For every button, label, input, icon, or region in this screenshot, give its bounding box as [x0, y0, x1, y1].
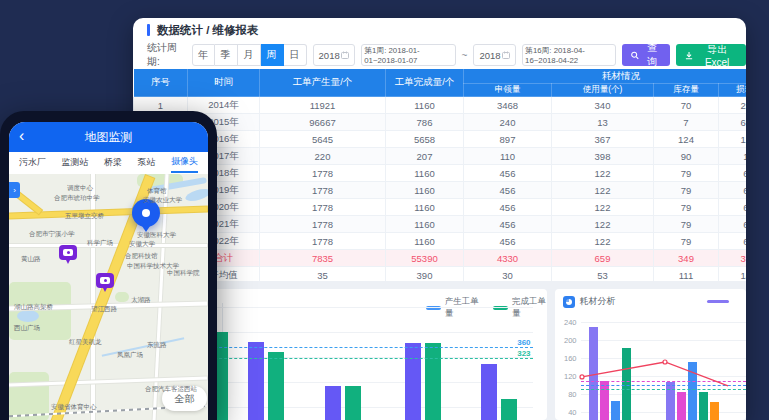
week-from-input[interactable]: 第1周: 2018-01-01~2018-01-07: [361, 44, 455, 66]
map-poi-label: 望江西路: [91, 305, 117, 312]
phone-page-title: 地图监测: [85, 129, 133, 146]
map-poi-label: 合肥市宁溪小学: [29, 230, 75, 237]
bar-created: [405, 343, 421, 420]
map-poi-label: 黄山路: [21, 255, 41, 262]
tab-bridge[interactable]: 桥梁: [104, 154, 122, 172]
period-month-button[interactable]: 月: [238, 44, 261, 66]
bar-completed: [501, 399, 517, 420]
phone-app-header: ‹ 地图监测: [9, 122, 208, 152]
table-row: 72020年177811604561227967: [134, 199, 747, 216]
col-header-sub2: 使用量(个): [552, 84, 654, 97]
col-header-time: 时间: [188, 69, 260, 97]
legend-item-completed[interactable]: 完成工单量: [493, 296, 546, 320]
reference-label: 360: [517, 338, 530, 347]
accent-bar: [147, 24, 150, 36]
report-table-body: 12014年11921116034683407025022015年9666778…: [134, 97, 747, 284]
col-header-sub1: 申领量: [464, 84, 552, 97]
table-row: 82021年177811604561227967: [134, 216, 747, 233]
col-header-consumables-group: 耗材情况: [464, 69, 747, 84]
tab-pump-station[interactable]: 泵站: [138, 154, 156, 172]
river: [184, 187, 208, 204]
map-poi-label: 红星美凯龙: [69, 338, 102, 345]
back-icon[interactable]: ‹: [19, 126, 24, 146]
bar-completed: [345, 386, 361, 420]
col-header-seq: 序号: [134, 69, 188, 97]
download-icon: [685, 51, 693, 60]
table-row: 32016年56455658897367124129: [134, 131, 747, 148]
map-poi-label: 安徽大学: [129, 240, 155, 247]
period-year-button[interactable]: 年: [192, 44, 215, 66]
table-row: 22015年96667786240137690: [134, 114, 747, 131]
reference-label: 323: [517, 349, 530, 358]
report-window: 数据统计 / 维修报表 统计周期: 年 季 月 周 日 2018 第1周: 20…: [133, 18, 746, 420]
search-icon: [631, 51, 639, 60]
park-area: [9, 282, 71, 340]
map-poi-label: 西山广场: [14, 324, 40, 331]
period-day-button[interactable]: 日: [284, 44, 307, 66]
map-poi-label: 调度中心: [67, 184, 93, 191]
col-header-completed: 工单完成量/个: [386, 69, 464, 97]
page-title: 数据统计 / 维修报表: [157, 23, 259, 38]
map-poi-label: 合肥科技馆: [125, 252, 158, 259]
period-quarter-button[interactable]: 季: [215, 44, 238, 66]
consumables-chart-card: 耗材分析 2402001601208040: [555, 289, 746, 420]
period-segmented-control: 年 季 月 周 日: [192, 44, 307, 66]
map-poi-label: 东流路: [147, 341, 167, 348]
table-row: 62019年177811604561227967: [134, 182, 747, 199]
map-poi-label: 五里墩立交桥: [65, 212, 104, 219]
export-excel-button[interactable]: 导出Excel: [676, 44, 746, 66]
camera-pin[interactable]: [96, 273, 114, 288]
map-poi-label: 湖山路高架桥: [14, 303, 53, 310]
year-from-select[interactable]: 2018: [313, 44, 356, 66]
tab-monitor-station[interactable]: 监测站: [62, 154, 89, 172]
breadcrumb: 数据统计 / 维修报表: [133, 18, 746, 42]
bar-created: [325, 386, 341, 420]
trend-line: [555, 289, 746, 420]
map-expander-button[interactable]: ›: [9, 182, 20, 198]
park-area: [115, 292, 129, 302]
map-poi-label: 体育馆: [147, 187, 167, 194]
map-poi-label: 合肥汽车客运西站: [145, 385, 197, 392]
calendar-icon: [341, 51, 349, 59]
filter-label: 统计周期:: [147, 41, 186, 69]
phone-screen: ‹ 地图监测 污水厂 监测站 桥梁 泵站 摄像头: [9, 122, 208, 420]
selected-camera-pin[interactable]: [132, 199, 160, 227]
week-to-input[interactable]: 第16周: 2018-04-16~2018-04-22: [522, 44, 616, 66]
map-poi-label: 中国科学院: [167, 269, 200, 276]
map-canvas[interactable]: › 全部 调度中心合肥市琥珀中学体育馆安徽农业大学五里墩立交桥合肥市宁溪小学安徽…: [9, 174, 208, 420]
phone-tab-bar: 污水厂 监测站 桥梁 泵站 摄像头: [9, 152, 208, 174]
bar-created: [248, 342, 264, 420]
table-row: 92022年177811604561227967: [134, 233, 747, 250]
camera-pin[interactable]: [59, 245, 77, 260]
map-poi-label: 安徽农业大学: [143, 196, 182, 203]
map-poi-label: 中国科学技术大学: [127, 262, 179, 269]
table-total-row: 合计7835553904330659349330: [134, 250, 747, 267]
range-tilde: ~: [462, 50, 468, 61]
bar-completed: [268, 352, 284, 420]
query-button[interactable]: 查询: [622, 44, 670, 66]
period-week-button[interactable]: 周: [261, 44, 284, 66]
map-poi-label: 安徽省体育中心: [51, 403, 97, 410]
col-header-sub3: 库存量: [654, 84, 719, 97]
year-to-select[interactable]: 2018: [473, 44, 516, 66]
phone-device-frame: ‹ 地图监测 污水厂 监测站 桥梁 泵站 摄像头: [0, 111, 217, 420]
filter-bar: 统计周期: 年 季 月 周 日 2018 第1周: 2018-01-01~201…: [133, 42, 746, 68]
map-poi-label: 科学广场: [87, 239, 113, 246]
table-row: 52018年177811604561227967: [134, 165, 747, 182]
map-poi-label: 凤凰广场: [117, 351, 143, 358]
workorder-chart-legend: 产生工单量 完成工单量: [426, 296, 547, 320]
tab-sewage-plant[interactable]: 污水厂: [19, 154, 46, 172]
table-row: 42017年2202071103989019: [134, 148, 747, 165]
report-table: 序号 时间 工单产生量/个 工单完成量/个 耗材情况 申领量 使用量(个) 库存…: [133, 68, 746, 283]
stream: [102, 337, 185, 356]
table-row: 12014年119211160346834070250: [134, 97, 747, 114]
map-poi-label: 太湖路: [131, 296, 151, 303]
legend-item-created[interactable]: 产生工单量: [426, 296, 479, 320]
pond: [17, 310, 39, 322]
map-poi-label: 合肥市琥珀中学: [54, 194, 100, 201]
tab-camera[interactable]: 摄像头: [171, 153, 198, 173]
col-header-sub4: 损耗量: [719, 84, 747, 97]
map-poi-label: 安徽医科大学: [137, 231, 176, 238]
charts-strip: 产生工单量 完成工单量 360323 耗材分析 2402001601208040: [133, 281, 746, 420]
bar-completed: [425, 343, 441, 420]
